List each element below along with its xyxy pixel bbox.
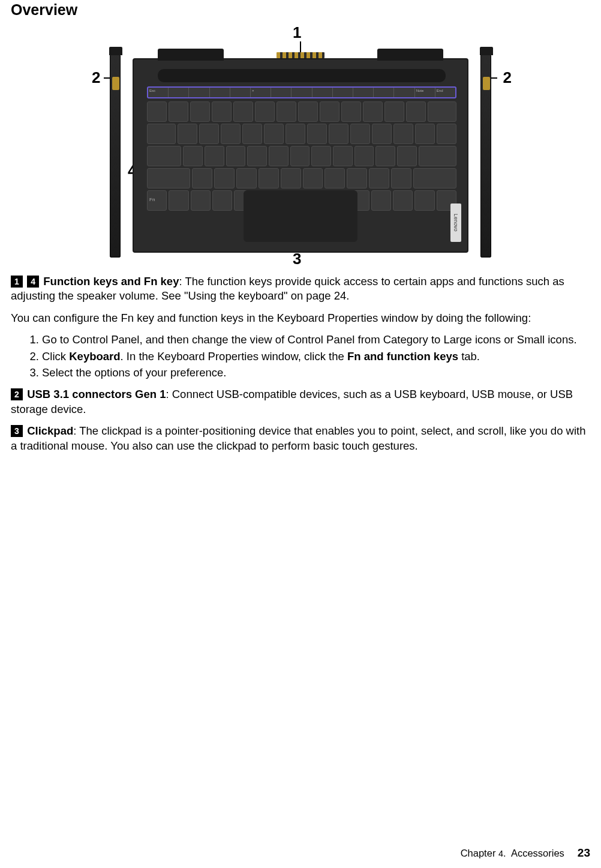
key	[298, 101, 318, 122]
para-function-keys: 1 4 Function keys and Fn key: The functi…	[11, 274, 590, 304]
function-key: ×	[251, 88, 271, 97]
key	[320, 101, 339, 122]
key	[147, 124, 176, 144]
keyboard-side-left	[110, 55, 121, 258]
key	[205, 146, 224, 166]
text: Chapter	[461, 848, 496, 858]
step-1: Go to Control Panel, and then change the…	[42, 333, 590, 347]
para-configure-fn: You can configure the Fn key and functio…	[11, 311, 590, 325]
key	[169, 101, 188, 122]
key	[178, 124, 197, 144]
text: tab.	[458, 350, 480, 363]
keyboard-overview-figure: 1 2 2 4 3 Esc×NoteEnd Fn Lenovo	[11, 23, 590, 264]
function-key	[189, 88, 209, 97]
callout-badge-2: 2	[11, 388, 23, 400]
page-footer: Chapter 4. Accessories 23	[461, 846, 590, 860]
term-function-keys: Function keys and Fn key	[43, 275, 179, 288]
step-3: Select the options of your preference.	[42, 366, 590, 380]
term-clickpad: Clickpad	[27, 424, 73, 437]
key	[259, 168, 279, 188]
footer-chapter: Chapter 4. Accessories	[461, 848, 564, 859]
key	[341, 101, 361, 122]
key	[226, 146, 246, 166]
key	[406, 101, 426, 122]
key	[415, 124, 435, 144]
function-key	[312, 88, 333, 97]
function-key	[271, 88, 292, 97]
key	[286, 124, 305, 144]
para-usb-connectors: 2 USB 3.1 connectors Gen 1: Connect USB-…	[11, 387, 590, 417]
brand-badge: Lenovo	[450, 203, 461, 242]
callout-2-left: 2	[92, 68, 100, 87]
term-fn-tab: Fn and function keys	[347, 350, 458, 363]
key	[311, 146, 331, 166]
key	[324, 168, 345, 188]
function-key	[169, 88, 189, 97]
key	[264, 124, 284, 144]
function-key: End	[435, 88, 455, 97]
key	[212, 101, 232, 122]
step-2: Click Keyboard. In the Keyboard Properti…	[42, 349, 590, 364]
key	[307, 124, 327, 144]
key	[371, 190, 391, 211]
key	[192, 168, 212, 188]
key	[393, 190, 413, 211]
key	[147, 101, 167, 122]
key	[214, 168, 235, 188]
key	[375, 146, 395, 166]
function-key: Note	[415, 88, 435, 97]
key	[281, 168, 301, 188]
term-keyboard: Keyboard	[69, 350, 120, 363]
key	[169, 190, 188, 211]
clickpad	[244, 190, 357, 242]
key	[199, 124, 219, 144]
key	[269, 146, 289, 166]
key	[183, 146, 203, 166]
key	[147, 168, 190, 188]
key	[428, 101, 456, 122]
key	[354, 146, 374, 166]
key	[212, 190, 232, 211]
function-key-row: Esc×NoteEnd	[147, 86, 456, 98]
key	[437, 124, 456, 144]
function-key	[374, 88, 394, 97]
callout-badge-4: 4	[27, 276, 39, 288]
key	[397, 146, 417, 166]
pogo-contacts	[277, 52, 324, 58]
term-usb: USB 3.1 connectors Gen 1	[27, 388, 166, 400]
key	[363, 101, 383, 122]
function-key	[333, 88, 353, 97]
function-key	[230, 88, 251, 97]
steps-list: Go to Control Panel, and then change the…	[42, 333, 590, 380]
callout-1: 1	[293, 23, 301, 42]
key	[413, 168, 456, 188]
page-number: 23	[578, 846, 590, 860]
keyboard-side-right	[480, 55, 491, 258]
callout-badge-3: 3	[11, 425, 23, 437]
text: . In the Keyboard Properties window, cli…	[121, 350, 347, 363]
key	[221, 124, 241, 144]
key	[303, 168, 323, 188]
key	[277, 101, 296, 122]
keyboard-top-view: Esc×NoteEnd Fn Lenovo	[133, 58, 468, 253]
key	[347, 168, 367, 188]
key	[242, 124, 262, 144]
function-key	[353, 88, 374, 97]
text: : The clickpad is a pointer-positioning …	[11, 424, 585, 451]
key	[384, 101, 404, 122]
key	[372, 124, 392, 144]
key	[393, 124, 413, 144]
key	[414, 190, 434, 211]
key	[190, 101, 210, 122]
text: Click	[42, 350, 69, 363]
function-key: Esc	[148, 88, 169, 97]
key	[255, 101, 275, 122]
key	[233, 101, 253, 122]
callout-badge-1: 1	[11, 276, 23, 288]
key	[236, 168, 257, 188]
text: .	[503, 848, 506, 858]
key	[329, 124, 348, 144]
key	[369, 168, 389, 188]
key	[419, 146, 456, 166]
key	[333, 146, 353, 166]
